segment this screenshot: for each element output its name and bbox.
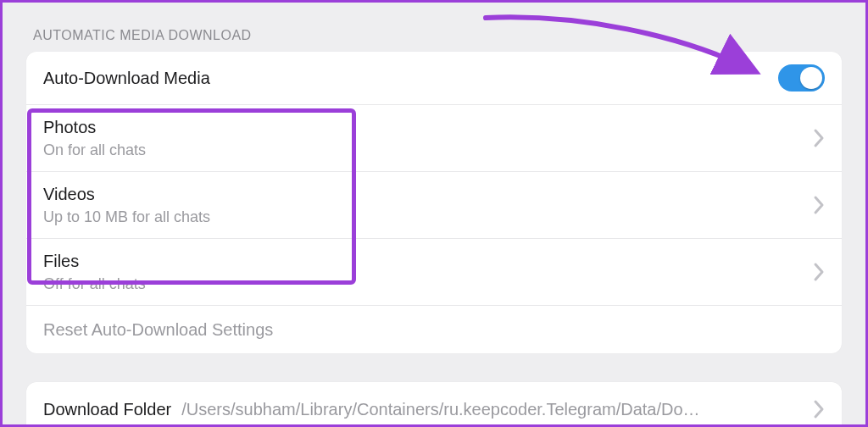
chevron-right-icon [813,128,825,148]
videos-title: Videos [43,184,803,205]
files-row[interactable]: Files Off for all chats [26,239,842,306]
auto-download-master-label: Auto-Download Media [43,68,778,89]
photos-subtitle: On for all chats [43,141,803,159]
chevron-right-icon [813,262,825,282]
download-folder-panel: Download Folder /Users/subham/Library/Co… [26,382,842,427]
download-folder-label: Download Folder [43,400,171,419]
files-subtitle: Off for all chats [43,275,803,293]
download-folder-path: /Users/subham/Library/Containers/ru.keep… [181,400,793,419]
section-header: AUTOMATIC MEDIA DOWNLOAD [26,28,842,52]
videos-subtitle: Up to 10 MB for all chats [43,208,803,226]
auto-download-master-row[interactable]: Auto-Download Media [26,52,842,105]
download-folder-row[interactable]: Download Folder /Users/subham/Library/Co… [26,382,842,427]
auto-download-toggle[interactable] [778,64,825,92]
chevron-right-icon [813,399,825,419]
reset-label: Reset Auto-Download Settings [43,320,273,340]
auto-download-panel: Auto-Download Media Photos On for all ch… [26,52,842,353]
files-title: Files [43,251,803,272]
photos-title: Photos [43,117,803,138]
reset-auto-download-row[interactable]: Reset Auto-Download Settings [26,306,842,353]
videos-row[interactable]: Videos Up to 10 MB for all chats [26,172,842,239]
chevron-right-icon [813,195,825,215]
photos-row[interactable]: Photos On for all chats [26,105,842,172]
toggle-knob [800,67,822,89]
